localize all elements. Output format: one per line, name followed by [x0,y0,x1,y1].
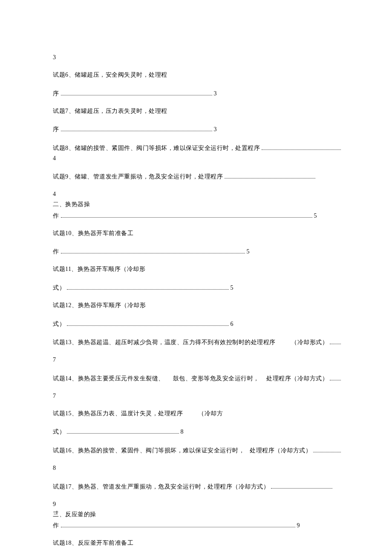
toc-line: 试题17、换热器、管道发生严重振动，危及安全运行时，处理程序（冷却方式） [53,483,334,490]
text: 试题14、换热器主要受压元件发生裂缝、 [53,376,164,382]
toc-line: 7 [53,393,343,399]
toc-line: 3 [53,55,343,60]
text: （冷却方 [198,411,223,417]
toc-line: 9 [53,501,343,507]
toc-line: 7 [53,357,343,363]
toc-line: 试题12、换热器停车顺序（冷却形 [53,302,343,308]
leader-dots [313,449,341,452]
text: 试题16、换热器的接管、紧固件、阀门等损坏，难以保证安全运行时， [53,448,245,454]
leader-dots [61,92,212,95]
toc-line: 8 [53,465,343,471]
page-number: 9 [53,501,56,507]
leader-dots [225,175,315,179]
toc-section: 三、反应釜的操 [53,512,343,518]
leader-dots [61,523,295,527]
text: 试题8、储罐的接管、紧固件、阀门等损坏，难以保证安全运行时，处置程序 [53,145,260,151]
leader-dots [330,341,341,345]
leader-dots [67,322,229,326]
leader-dots [61,250,245,254]
toc-line: 试题8、储罐的接管、紧固件、阀门等损坏，难以保证安全运行时，处置程序 [53,144,343,151]
leader-dots [330,377,341,380]
toc-line: 试题6、储罐超压，安全阀失灵时，处理程 [53,72,343,78]
text: 作 [53,523,59,529]
text: 式） [53,285,65,291]
text: 试题17、换热器、管道发生严重振动，危及安全运行时，处理程序（冷却方式） [53,484,269,490]
page-number: 9 [297,523,300,529]
toc-line: 式） 5 [53,284,233,291]
text: 二、换热器操 [53,201,90,207]
toc-line: 试题7、储罐超压，压力表失灵时，处理程 [53,108,343,114]
text: 试题6、储罐超压，安全阀失灵时，处理程 [53,72,167,78]
text: 试题18、反应釜开车前准备工 [53,540,133,546]
leader-dots [67,286,229,290]
leader-dots [262,146,341,150]
text: 试题12、换热器停车顺序（冷却形 [53,302,146,308]
toc-line: 4 [53,191,343,197]
toc-line: 试题18、反应釜开车前准备工 [53,540,343,546]
toc-line: 4 [53,155,343,161]
text: 作 [53,249,59,255]
toc-line: 作 9 [53,522,300,529]
leader-dots [67,430,179,434]
leader-dots [61,214,312,218]
text: 试题11、换热器开车顺序（冷却形 [53,266,145,272]
toc-line: 作 5 [53,248,250,255]
text: 序 [53,127,59,132]
text: 式） [53,321,65,327]
text: 试题9、储罐、管道发生严重振动，危及安全运行时，处理程序 [53,174,223,180]
leader-dots [61,127,212,131]
toc-line: 序 3 [53,89,217,97]
page-number: 6 [231,321,234,327]
toc-line: 式） 6 [53,320,233,327]
text: 式） [53,429,65,435]
toc-line: 试题13、换热器超温、超压时减少负荷，温度、压力得不到有效控制时的处理程序 （冷… [53,339,343,346]
text: 试题13、换热器超温、超压时减少负荷，温度、压力得不到有效控制时的处理程序 [53,339,276,345]
page-number: 5 [314,213,317,219]
toc-line: 试题14、换热器主要受压元件发生裂缝、 鼓包、变形等危及安全运行时， 处理程序（… [53,374,343,382]
text: 试题15、换热器压力表、温度计失灵，处理程序 [53,411,183,417]
page-number: 7 [53,357,56,363]
document-page: 3 试题6、储罐超压，安全阀失灵时，处理程 序 3 试题7、储罐超压，压力表失灵… [53,55,343,555]
toc-line: 作 5 [53,212,317,219]
page-number: 8 [181,429,184,435]
text: 序 [53,91,59,97]
page-number: 5 [247,249,250,255]
text: （冷却形式） [291,339,328,345]
toc-line: 试题16、换热器的接管、紧固件、阀门等损坏，难以保证安全运行时， 处理程序（冷却… [53,446,343,454]
toc-line: 式） 8 [53,428,184,435]
toc-section: 二、换热器操 [53,201,343,207]
page-number: 4 [53,155,56,161]
page-number: 5 [231,285,234,291]
toc-line: 试题11、换热器开车顺序（冷却形 [53,266,343,272]
toc-line: 试题15、换热器压力表、温度计失灵，处理程序 （冷却方 [53,411,343,417]
text: 试题10、换热器开车前准备工 [53,230,133,236]
text: 处理程序（冷却方式） [250,448,311,454]
page-number: 4 [53,191,56,197]
page-marker: I [56,511,58,515]
page-number: 8 [53,465,56,471]
toc-line: 序 3 [53,126,217,133]
text: 作 [53,213,59,219]
leader-dots [271,485,332,489]
text: 试题7、储罐超压，压力表失灵时，处理程 [53,108,167,114]
text: 处理程序（冷却方式） [266,376,328,382]
page-number: 3 [214,91,217,97]
text: 3 [53,55,56,60]
text: 鼓包、变形等危及安全运行时， [173,376,259,382]
page-number: 3 [214,127,217,132]
page-number: 7 [53,393,56,399]
text: 三、反应釜的操 [53,512,96,518]
toc-line: 试题9、储罐、管道发生严重振动，危及安全运行时，处理程序 [53,173,317,180]
toc-line: 试题10、换热器开车前准备工 [53,230,343,236]
